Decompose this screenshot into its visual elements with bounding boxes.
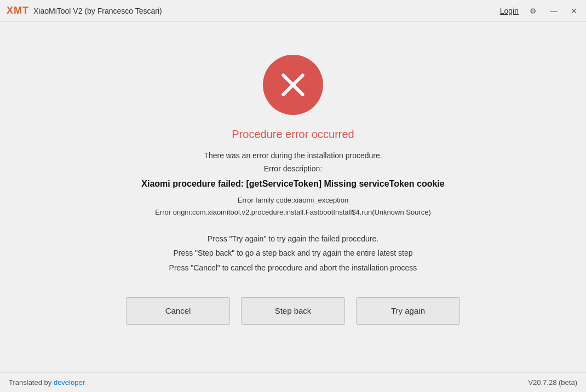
- app-logo: XMT: [7, 5, 29, 16]
- error-desc-line2: Error description:: [264, 164, 323, 173]
- login-link[interactable]: Login: [500, 7, 519, 15]
- close-icon[interactable]: ✕: [568, 5, 579, 16]
- cancel-button[interactable]: Cancel: [126, 297, 230, 325]
- error-instructions: Press "Try again" to try again the faile…: [169, 232, 417, 275]
- translated-by: Translated by developer: [9, 378, 85, 387]
- error-description: There was an error during the installati…: [204, 149, 382, 176]
- instruction-line3: Press "Cancel" to cancel the procedure a…: [169, 263, 417, 272]
- translated-prefix: Translated by: [9, 378, 54, 387]
- step-back-button[interactable]: Step back: [241, 297, 345, 325]
- error-detail-line1: Error family code:xiaomi_exception: [238, 196, 348, 204]
- main-content: Procedure error occurred There was an er…: [0, 22, 586, 372]
- error-icon-circle: [263, 55, 323, 115]
- instruction-line2: Press "Step back" to go a step back and …: [173, 249, 412, 257]
- instruction-line1: Press "Try again" to try again the faile…: [208, 234, 378, 243]
- app-title: XiaoMiTool V2 (by Francesco Tescari): [33, 7, 162, 15]
- error-desc-line1: There was an error during the installati…: [204, 151, 382, 160]
- error-x-icon: [278, 70, 308, 100]
- version-text: V20.7.28 (beta): [528, 378, 577, 387]
- titlebar-right: Login ⚙ — ✕: [500, 5, 579, 16]
- button-row: Cancel Step back Try again: [126, 297, 460, 325]
- translated-by-link[interactable]: developer: [54, 378, 85, 387]
- titlebar: XMT XiaoMiTool V2 (by Francesco Tescari)…: [0, 0, 586, 22]
- error-details: Error family code:xiaomi_exception Error…: [155, 194, 431, 218]
- titlebar-left: XMT XiaoMiTool V2 (by Francesco Tescari): [7, 5, 162, 16]
- error-detail-line2: Error origin:com.xiaomitool.v2.procedure…: [155, 208, 431, 216]
- minimize-icon[interactable]: —: [548, 5, 560, 16]
- try-again-button[interactable]: Try again: [356, 297, 460, 325]
- error-title: Procedure error occurred: [232, 128, 354, 141]
- settings-icon[interactable]: ⚙: [527, 5, 539, 16]
- footer: Translated by developer V20.7.28 (beta): [0, 372, 586, 392]
- error-main-message: Xiaomi procedure failed: [getServiceToke…: [141, 179, 444, 189]
